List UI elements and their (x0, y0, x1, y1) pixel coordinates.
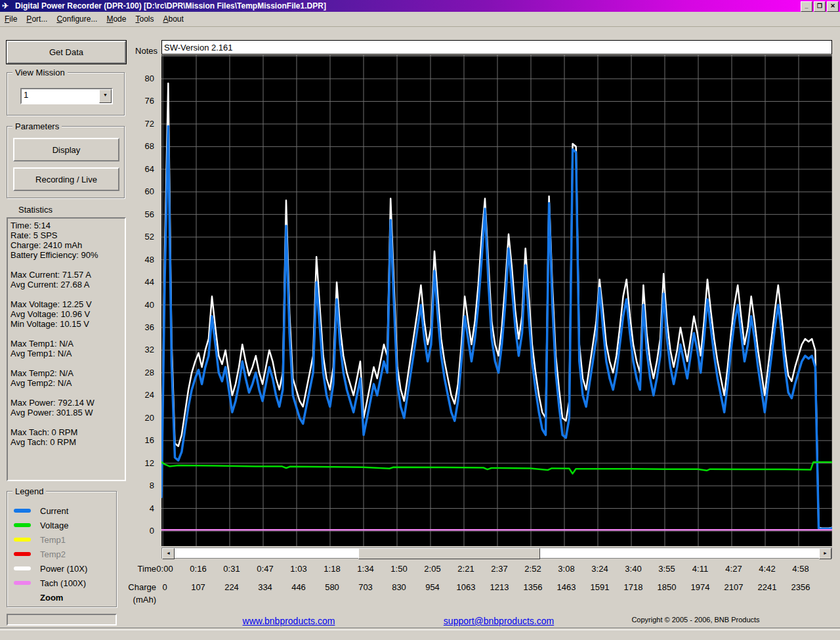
y-tick-label: 32 (128, 345, 154, 354)
charge-tick-label: 2241 (758, 582, 777, 592)
get-data-button[interactable]: Get Data (7, 41, 126, 64)
charge-tick-label: 1063 (457, 582, 476, 592)
recording-live-button[interactable]: Recording / Live (13, 167, 119, 191)
charge-tick-label: 1356 (524, 582, 543, 592)
charge-tick-label: 334 (258, 582, 272, 592)
y-tick-label: 64 (128, 164, 154, 174)
legend-item-label: Temp2 (40, 549, 66, 559)
minimize-button[interactable]: _ (801, 1, 812, 12)
time-tick-label: 3:40 (625, 564, 641, 574)
time-tick-label: 4:27 (725, 564, 742, 574)
legend-swatch-icon (14, 566, 31, 570)
legend-swatch-icon (14, 523, 31, 527)
menu-bar: FilePort...Configure...ModeToolsAbout (0, 12, 840, 27)
chart-plot-area[interactable] (161, 55, 832, 546)
legend-item-temp1: Temp1 (14, 532, 116, 547)
restore-button[interactable]: ❐ (814, 1, 826, 12)
y-tick-label: 48 (128, 255, 154, 265)
legend-swatch-icon (14, 552, 31, 556)
charge-tick-label: 107 (191, 582, 205, 592)
time-tick-label: 4:11 (692, 564, 708, 574)
time-tick-label: 0:31 (223, 564, 240, 574)
y-tick-label: 0 (128, 526, 154, 536)
charge-tick-label: 580 (325, 582, 339, 592)
legend-swatch-icon (14, 538, 31, 542)
stat-line: Avg Tach: 0 RPM (10, 437, 125, 447)
get-data-label: Get Data (49, 47, 83, 57)
notes-input[interactable] (161, 40, 832, 54)
stat-line: Avg Current: 27.68 A (10, 280, 125, 289)
stat-line: Max Temp1: N/A (10, 339, 125, 349)
y-axis-labels: 807672686460565248444036322824201612840 (126, 55, 158, 546)
stat-line: Charge: 2410 mAh (10, 240, 125, 250)
display-button[interactable]: Display (13, 138, 119, 161)
menu-item-configure[interactable]: Configure... (52, 13, 102, 25)
charge-tick-label: 1850 (658, 582, 677, 592)
charge-tick-label: 1591 (591, 582, 610, 592)
view-mission-group: View Mission 1 ▼ (7, 72, 125, 116)
stat-line (10, 260, 125, 270)
legend-item-label: Temp1 (40, 535, 66, 545)
menu-item-port[interactable]: Port... (22, 13, 52, 25)
legend-item-label: Voltage (40, 521, 68, 530)
charge-axis-label: Charge (120, 582, 156, 592)
time-tick-label: 0:47 (257, 564, 273, 574)
y-tick-label: 12 (128, 458, 154, 468)
time-tick-label: 3:08 (558, 564, 574, 574)
charge-tick-label: 830 (392, 582, 406, 592)
app-window: ✈ Digital Power Recorder (DPR-100) [D:\r… (0, 0, 840, 640)
charge-tick-label: 0 (162, 582, 167, 592)
time-tick-label: 1:18 (324, 564, 340, 574)
title-bar[interactable]: ✈ Digital Power Recorder (DPR-100) [D:\r… (0, 0, 840, 12)
mission-select[interactable]: 1 ▼ (20, 88, 113, 104)
y-tick-label: 80 (128, 74, 154, 83)
legend-item-tach: Tach (100X) (14, 576, 116, 590)
stat-line: Battery Efficiency: 90% (10, 250, 125, 260)
time-tick-label: 1:34 (357, 564, 373, 574)
scroll-right-icon[interactable]: ► (819, 548, 831, 559)
stat-line: Max Current: 71.57 A (10, 270, 125, 280)
y-tick-label: 68 (128, 141, 154, 151)
legend-item-voltage: Voltage (14, 518, 116, 532)
y-tick-label: 76 (128, 96, 154, 106)
legend-item-label: Current (40, 506, 68, 516)
menu-item-tools[interactable]: Tools (131, 13, 158, 25)
copyright-text: Copyright © 2005 - 2006, BNB Products (620, 616, 771, 624)
chart-scrollbar[interactable]: ◄ ► (161, 547, 832, 559)
stat-line: Rate: 5 SPS (10, 230, 125, 240)
stat-line: Avg Voltage: 10.96 V (10, 309, 125, 319)
charge-tick-row: 0107224334446580703830954106312131356146… (161, 582, 832, 593)
y-tick-label: 40 (128, 300, 154, 310)
footer-divider (0, 628, 840, 630)
menu-item-about[interactable]: About (158, 13, 188, 25)
app-icon: ✈ (2, 1, 12, 11)
time-tick-label: 3:24 (591, 564, 608, 574)
time-tick-label: 4:58 (792, 564, 808, 574)
menu-item-file[interactable]: File (0, 13, 22, 25)
close-button[interactable]: ✕ (827, 1, 839, 12)
stat-line: Avg Power: 301.85 W (10, 408, 125, 417)
chevron-down-icon[interactable]: ▼ (99, 89, 112, 103)
support-email-link[interactable]: support@bnbproducts.com (427, 616, 571, 626)
legend-item-label: Tach (100X) (40, 578, 86, 588)
legend-item-label: Power (10X) (40, 564, 87, 574)
y-tick-label: 16 (128, 435, 154, 445)
stat-line: Max Temp2: N/A (10, 368, 125, 378)
y-tick-label: 4 (128, 503, 154, 513)
scrollbar-thumb[interactable] (358, 548, 540, 559)
stat-line (10, 358, 125, 368)
stat-line (10, 289, 125, 299)
time-axis-label: Time (125, 564, 156, 574)
menu-item-mode[interactable]: Mode (102, 13, 131, 25)
recording-live-label: Recording / Live (35, 175, 97, 184)
statistics-panel: Time: 5:14Rate: 5 SPSCharge: 2410 mAhBat… (7, 217, 126, 481)
website-link[interactable]: www.bnbproducts.com (223, 616, 354, 626)
scroll-left-icon[interactable]: ◄ (162, 548, 175, 559)
time-tick-label: 2:21 (457, 564, 474, 574)
charge-tick-label: 224 (224, 582, 239, 592)
view-mission-label: View Mission (12, 68, 68, 77)
legend-item-current: Current (14, 503, 116, 518)
y-tick-label: 20 (128, 413, 154, 423)
legend-items: CurrentVoltageTemp1Temp2Power (10X)Tach … (7, 492, 116, 590)
stat-line: Max Tach: 0 RPM (10, 427, 125, 437)
